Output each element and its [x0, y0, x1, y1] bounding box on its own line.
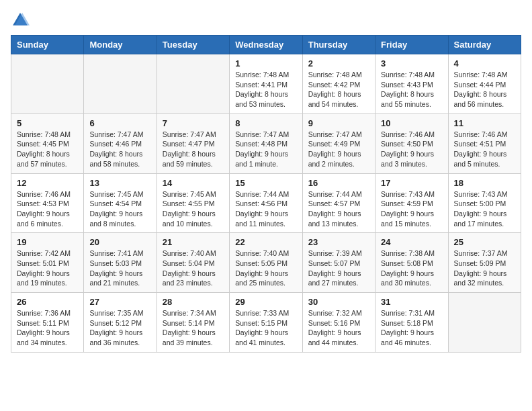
day-info: Sunrise: 7:40 AM Sunset: 5:05 PM Dayligh…	[235, 248, 296, 288]
day-info: Sunrise: 7:47 AM Sunset: 4:49 PM Dayligh…	[308, 130, 369, 169]
day-number: 3	[381, 58, 442, 68]
col-header-sunday: Sunday	[11, 36, 84, 54]
day-info: Sunrise: 7:48 AM Sunset: 4:44 PM Dayligh…	[454, 70, 515, 109]
day-number: 20	[89, 237, 150, 247]
day-info: Sunrise: 7:45 AM Sunset: 4:55 PM Dayligh…	[163, 189, 224, 229]
calendar-header-row: SundayMondayTuesdayWednesdayThursdayFrid…	[11, 36, 521, 54]
day-info: Sunrise: 7:46 AM Sunset: 4:53 PM Dayligh…	[17, 189, 78, 229]
day-number: 26	[17, 297, 78, 307]
day-number: 11	[454, 118, 515, 128]
day-info: Sunrise: 7:46 AM Sunset: 4:51 PM Dayligh…	[454, 130, 515, 169]
day-number: 30	[308, 297, 369, 307]
day-number: 1	[235, 58, 296, 68]
calendar-week-3: 12Sunrise: 7:46 AM Sunset: 4:53 PM Dayli…	[11, 173, 521, 233]
calendar-table: SundayMondayTuesdayWednesdayThursdayFrid…	[11, 35, 521, 353]
calendar-cell: 18Sunrise: 7:43 AM Sunset: 5:00 PM Dayli…	[448, 173, 521, 233]
day-number: 24	[381, 237, 442, 247]
calendar-cell: 4Sunrise: 7:48 AM Sunset: 4:44 PM Daylig…	[448, 54, 521, 114]
col-header-thursday: Thursday	[302, 36, 375, 54]
calendar-cell: 28Sunrise: 7:34 AM Sunset: 5:14 PM Dayli…	[157, 293, 229, 353]
day-number: 15	[235, 178, 296, 188]
calendar-cell: 20Sunrise: 7:41 AM Sunset: 5:03 PM Dayli…	[84, 233, 157, 293]
calendar-week-4: 19Sunrise: 7:42 AM Sunset: 5:01 PM Dayli…	[11, 233, 521, 293]
calendar-cell: 17Sunrise: 7:43 AM Sunset: 4:59 PM Dayli…	[375, 173, 448, 233]
calendar-cell: 9Sunrise: 7:47 AM Sunset: 4:49 PM Daylig…	[302, 113, 375, 173]
day-info: Sunrise: 7:46 AM Sunset: 4:50 PM Dayligh…	[381, 130, 442, 169]
day-info: Sunrise: 7:40 AM Sunset: 5:04 PM Dayligh…	[163, 248, 224, 288]
day-info: Sunrise: 7:47 AM Sunset: 4:46 PM Dayligh…	[89, 130, 150, 169]
calendar-cell: 23Sunrise: 7:39 AM Sunset: 5:07 PM Dayli…	[302, 233, 375, 293]
calendar-cell: 10Sunrise: 7:46 AM Sunset: 4:50 PM Dayli…	[375, 113, 448, 173]
calendar-cell: 5Sunrise: 7:48 AM Sunset: 4:45 PM Daylig…	[11, 113, 84, 173]
calendar-cell: 14Sunrise: 7:45 AM Sunset: 4:55 PM Dayli…	[157, 173, 229, 233]
calendar-cell: 6Sunrise: 7:47 AM Sunset: 4:46 PM Daylig…	[84, 113, 157, 173]
col-header-friday: Friday	[375, 36, 448, 54]
logo	[11, 11, 32, 30]
day-number: 18	[454, 178, 515, 188]
calendar-cell: 7Sunrise: 7:47 AM Sunset: 4:47 PM Daylig…	[157, 113, 229, 173]
logo-icon	[11, 11, 30, 30]
day-info: Sunrise: 7:35 AM Sunset: 5:12 PM Dayligh…	[89, 308, 150, 348]
calendar-cell: 30Sunrise: 7:32 AM Sunset: 5:16 PM Dayli…	[302, 293, 375, 353]
day-number: 6	[89, 118, 150, 128]
col-header-wednesday: Wednesday	[230, 36, 302, 54]
calendar-cell	[157, 54, 229, 114]
day-info: Sunrise: 7:32 AM Sunset: 5:16 PM Dayligh…	[308, 308, 369, 348]
col-header-tuesday: Tuesday	[157, 36, 229, 54]
day-number: 5	[17, 118, 78, 128]
day-info: Sunrise: 7:44 AM Sunset: 4:57 PM Dayligh…	[308, 189, 369, 229]
day-number: 14	[163, 178, 224, 188]
day-info: Sunrise: 7:38 AM Sunset: 5:08 PM Dayligh…	[381, 248, 442, 288]
day-info: Sunrise: 7:42 AM Sunset: 5:01 PM Dayligh…	[17, 248, 78, 288]
calendar-cell: 1Sunrise: 7:48 AM Sunset: 4:41 PM Daylig…	[230, 54, 302, 114]
day-info: Sunrise: 7:39 AM Sunset: 5:07 PM Dayligh…	[308, 248, 369, 288]
day-info: Sunrise: 7:31 AM Sunset: 5:18 PM Dayligh…	[381, 308, 442, 348]
col-header-saturday: Saturday	[448, 36, 521, 54]
day-number: 22	[235, 237, 296, 247]
calendar-week-5: 26Sunrise: 7:36 AM Sunset: 5:11 PM Dayli…	[11, 293, 521, 353]
day-number: 16	[308, 178, 369, 188]
day-number: 7	[163, 118, 224, 128]
day-number: 28	[163, 297, 224, 307]
day-info: Sunrise: 7:45 AM Sunset: 4:54 PM Dayligh…	[89, 189, 150, 229]
day-number: 12	[17, 178, 78, 188]
calendar-cell: 19Sunrise: 7:42 AM Sunset: 5:01 PM Dayli…	[11, 233, 84, 293]
calendar-cell: 13Sunrise: 7:45 AM Sunset: 4:54 PM Dayli…	[84, 173, 157, 233]
day-number: 4	[454, 58, 515, 68]
day-info: Sunrise: 7:47 AM Sunset: 4:47 PM Dayligh…	[163, 130, 224, 169]
calendar-cell	[448, 293, 521, 353]
calendar-cell: 29Sunrise: 7:33 AM Sunset: 5:15 PM Dayli…	[230, 293, 302, 353]
calendar-cell: 27Sunrise: 7:35 AM Sunset: 5:12 PM Dayli…	[84, 293, 157, 353]
calendar-cell: 12Sunrise: 7:46 AM Sunset: 4:53 PM Dayli…	[11, 173, 84, 233]
day-number: 21	[163, 237, 224, 247]
col-header-monday: Monday	[84, 36, 157, 54]
calendar-cell: 2Sunrise: 7:48 AM Sunset: 4:42 PM Daylig…	[302, 54, 375, 114]
calendar-week-2: 5Sunrise: 7:48 AM Sunset: 4:45 PM Daylig…	[11, 113, 521, 173]
day-info: Sunrise: 7:48 AM Sunset: 4:41 PM Dayligh…	[235, 70, 296, 109]
day-number: 2	[308, 58, 369, 68]
day-number: 19	[17, 237, 78, 247]
day-number: 10	[381, 118, 442, 128]
day-info: Sunrise: 7:48 AM Sunset: 4:43 PM Dayligh…	[381, 70, 442, 109]
calendar-cell	[84, 54, 157, 114]
calendar-week-1: 1Sunrise: 7:48 AM Sunset: 4:41 PM Daylig…	[11, 54, 521, 114]
calendar-cell: 15Sunrise: 7:44 AM Sunset: 4:56 PM Dayli…	[230, 173, 302, 233]
day-info: Sunrise: 7:37 AM Sunset: 5:09 PM Dayligh…	[454, 248, 515, 288]
day-number: 25	[454, 237, 515, 247]
day-number: 17	[381, 178, 442, 188]
day-info: Sunrise: 7:43 AM Sunset: 5:00 PM Dayligh…	[454, 189, 515, 229]
calendar-cell: 11Sunrise: 7:46 AM Sunset: 4:51 PM Dayli…	[448, 113, 521, 173]
calendar-cell: 21Sunrise: 7:40 AM Sunset: 5:04 PM Dayli…	[157, 233, 229, 293]
day-info: Sunrise: 7:48 AM Sunset: 4:42 PM Dayligh…	[308, 70, 369, 109]
calendar-cell: 25Sunrise: 7:37 AM Sunset: 5:09 PM Dayli…	[448, 233, 521, 293]
day-info: Sunrise: 7:36 AM Sunset: 5:11 PM Dayligh…	[17, 308, 78, 348]
day-info: Sunrise: 7:48 AM Sunset: 4:45 PM Dayligh…	[17, 130, 78, 169]
day-info: Sunrise: 7:33 AM Sunset: 5:15 PM Dayligh…	[235, 308, 296, 348]
day-number: 31	[381, 297, 442, 307]
calendar-cell: 26Sunrise: 7:36 AM Sunset: 5:11 PM Dayli…	[11, 293, 84, 353]
day-number: 9	[308, 118, 369, 128]
day-number: 27	[89, 297, 150, 307]
day-number: 13	[89, 178, 150, 188]
calendar-cell: 22Sunrise: 7:40 AM Sunset: 5:05 PM Dayli…	[230, 233, 302, 293]
day-info: Sunrise: 7:44 AM Sunset: 4:56 PM Dayligh…	[235, 189, 296, 229]
